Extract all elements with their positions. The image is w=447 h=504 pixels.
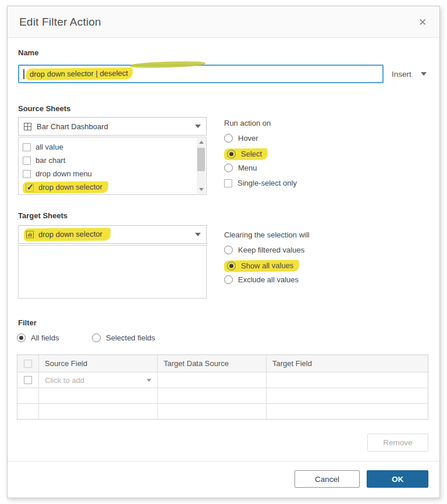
radio-label: Hover (238, 134, 258, 143)
insert-label: Insert (392, 70, 411, 79)
dialog-title: Edit Filter Action (19, 16, 101, 29)
radio-label: Selected fields (106, 333, 155, 342)
checkbox-label: Single-select only (237, 179, 297, 187)
dialog-titlebar: Edit Filter Action ✕ (8, 6, 439, 38)
radio-label: Menu (238, 164, 257, 172)
radio-label: Exclude all values (238, 275, 299, 284)
radio-select[interactable]: Select (224, 148, 268, 160)
list-item[interactable]: drop down selector (23, 180, 206, 194)
list-item[interactable]: bar chart (23, 154, 206, 167)
checkbox-single-select-only[interactable]: Single-select only (224, 179, 297, 187)
target-sheets-list (18, 245, 207, 299)
close-icon[interactable]: ✕ (415, 15, 430, 30)
radio-menu[interactable]: Menu (224, 164, 257, 172)
radio-selected-icon (227, 261, 236, 270)
checkbox-icon[interactable] (24, 376, 32, 384)
column-header: Target Data Source (157, 355, 266, 372)
chevron-down-icon (421, 72, 427, 76)
list-item-label: bar chart (36, 156, 65, 165)
scrollbar[interactable] (197, 138, 205, 194)
scroll-up-icon[interactable] (197, 138, 205, 147)
scrollbar-thumb[interactable] (197, 148, 205, 171)
edit-filter-action-dialog: Edit Filter Action ✕ Name drop down sele… (7, 6, 440, 498)
filter-fields-table: Source Field Target Data Source Target F… (17, 354, 428, 420)
radio-label: Select (241, 150, 262, 158)
dashboard-grid-icon (24, 123, 31, 130)
highlighter-smudge (130, 61, 205, 68)
list-item-label: all value (36, 143, 63, 151)
source-dashboard-select[interactable]: Bar Chart Dashboard (18, 117, 207, 136)
radio-icon (92, 333, 101, 342)
worksheet-chart-icon (26, 231, 34, 239)
source-sheets-list: all value bar chart drop down menu drop … (18, 137, 207, 195)
table-row: Click to add (17, 372, 428, 388)
radio-icon (224, 246, 233, 254)
radio-icon (224, 134, 233, 143)
checkbox-icon (23, 170, 31, 178)
table-row (17, 388, 428, 403)
radio-label: Keep filtered values (238, 246, 304, 254)
radio-label: Show all values (241, 261, 293, 271)
cancel-button[interactable]: Cancel (295, 470, 360, 488)
target-sheet-select[interactable]: drop down selector (18, 225, 207, 244)
table-row (17, 403, 428, 419)
target-sheet-value: drop down selector (38, 229, 102, 239)
chevron-down-icon (147, 379, 151, 382)
radio-selected-icon (227, 150, 236, 158)
column-header: Target Field (266, 355, 428, 372)
radio-selected-icon (17, 333, 26, 342)
insert-dropdown[interactable]: Insert (392, 65, 427, 83)
radio-hover[interactable]: Hover (224, 134, 258, 143)
list-item[interactable]: all value (23, 140, 206, 154)
filter-label: Filter (18, 318, 37, 327)
source-sheets-label: Source Sheets (18, 104, 70, 113)
clearing-selection-label: Clearing the selection will (224, 230, 310, 239)
text-caret (23, 69, 24, 79)
scroll-down-icon[interactable] (197, 185, 205, 194)
click-to-add-label: Click to add (45, 376, 84, 385)
radio-selected-fields[interactable]: Selected fields (92, 333, 155, 342)
source-dashboard-value: Bar Chart Dashboard (37, 122, 108, 131)
list-item-label: drop down menu (36, 169, 92, 178)
checkbox-icon (23, 157, 31, 165)
click-to-add-cell[interactable]: Click to add (38, 372, 157, 388)
run-action-on-label: Run action on (224, 119, 271, 127)
chevron-down-icon (195, 125, 201, 128)
checkbox-icon[interactable] (24, 360, 32, 368)
radio-exclude-all-values[interactable]: Exclude all values (224, 275, 299, 284)
name-label: Name (18, 48, 38, 57)
remove-button[interactable]: Remove (367, 434, 428, 452)
chevron-down-icon (195, 233, 201, 236)
checkbox-checked-icon (26, 183, 34, 191)
name-input[interactable]: drop down selector | deselect (18, 65, 384, 83)
list-item[interactable]: drop down menu (23, 167, 206, 180)
checkbox-icon (23, 143, 31, 151)
footer-divider (8, 461, 439, 462)
name-value: drop down selector | deselect (26, 68, 133, 80)
checkbox-icon (224, 179, 232, 187)
radio-keep-filtered-values[interactable]: Keep filtered values (224, 246, 304, 254)
table-header-row: Source Field Target Data Source Target F… (17, 355, 428, 372)
target-sheets-label: Target Sheets (18, 211, 68, 220)
table-cell (157, 372, 266, 388)
column-header: Source Field (38, 355, 157, 372)
radio-icon (224, 275, 233, 284)
radio-show-all-values[interactable]: Show all values (224, 260, 299, 272)
radio-all-fields[interactable]: All fields (17, 333, 59, 342)
radio-icon (224, 164, 233, 172)
list-item-label: drop down selector (38, 182, 102, 191)
radio-label: All fields (31, 333, 59, 342)
table-cell (266, 372, 428, 388)
ok-button[interactable]: OK (367, 470, 428, 488)
